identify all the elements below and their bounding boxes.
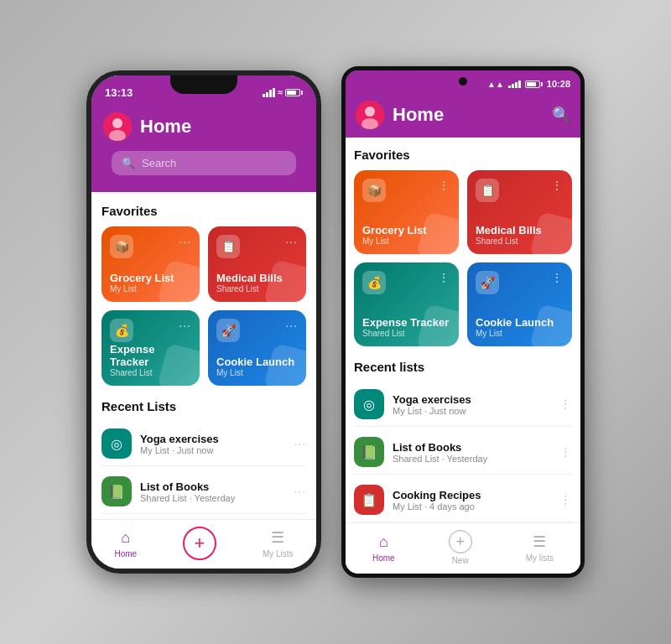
android-list-icon-yoga: ◎ [354, 389, 384, 419]
list-item-yoga[interactable]: ◎ Yoga exercises My List · Just now ··· [101, 422, 306, 466]
android-list-info-books: List of Books Shared List · Yesterday [393, 441, 551, 464]
fav-more-expense[interactable]: ··· [179, 319, 191, 332]
android-fav-icon-grocery: 📦 [362, 179, 386, 202]
nav-mylists[interactable]: ☰ My Lists [263, 528, 294, 558]
android-signal-icon [508, 80, 521, 88]
android-fav-type-cookie: My List [476, 329, 564, 338]
android-app-title: Home [393, 104, 544, 126]
android-favorites-section: Favorites 📦 ⋮ Grocery List My List [354, 148, 572, 346]
fav-more-cookie[interactable]: ··· [285, 319, 298, 332]
nav-mylists-label: My Lists [263, 549, 294, 558]
android-time: 10:28 [547, 79, 570, 89]
android-fav-icon-expense: 💰 [362, 271, 386, 294]
android-list-info-cooking: Cooking Recipes My List · 4 days ago [393, 489, 551, 512]
android-fav-card-medical[interactable]: 📋 ⋮ Medical Bills Shared List [467, 170, 572, 254]
android-fav-card-expense[interactable]: 💰 ⋮ Expense Tracker Shared List [354, 262, 459, 346]
android-list-icon-cooking: 📋 [354, 485, 384, 515]
fav-card-expense[interactable]: 💰 ··· Expense Tracker Shared List [101, 310, 200, 386]
list-meta-books: Shared List · Yesterday [140, 493, 285, 503]
iphone-search-placeholder: Search [142, 157, 176, 169]
android-fav-more-grocery[interactable]: ⋮ [438, 179, 450, 192]
android-nav-home-label: Home [372, 553, 395, 563]
avatar[interactable] [103, 112, 132, 141]
android-nav-new[interactable]: + New [449, 530, 472, 565]
iphone-recent-section: Recent Lists ◎ Yoga exercises My List · … [101, 399, 306, 519]
android-avatar[interactable] [356, 101, 384, 129]
android-list-name-yoga: Yoga exercises [393, 393, 551, 406]
android-fav-more-medical[interactable]: ⋮ [551, 179, 564, 192]
android-scroll-area[interactable]: Favorites 📦 ⋮ Grocery List My List [346, 138, 580, 522]
android-favorites-grid: 📦 ⋮ Grocery List My List 📋 ⋮ [354, 170, 572, 346]
android-fav-type-expense: Shared List [362, 329, 450, 338]
iphone-search-bar[interactable]: 🔍 Search [112, 151, 296, 175]
fav-icon-cookie: 🚀 [216, 319, 240, 342]
fav-type-medical: Shared List [216, 284, 298, 293]
fav-type-cookie: My List [216, 368, 298, 377]
list-name-yoga: Yoga exercises [140, 433, 285, 445]
list-more-yoga[interactable]: ··· [294, 437, 306, 450]
fav-card-grocery[interactable]: 📦 ··· Grocery List My List [101, 226, 200, 302]
list-info-yoga: Yoga exercises My List · Just now [140, 433, 285, 455]
iphone-app-title: Home [140, 116, 304, 138]
android-list-icon-books: 📗 [354, 437, 384, 467]
android-bottom-nav: ⌂ Home + New ☰ My lists [346, 522, 580, 574]
android-list-name-books: List of Books [393, 441, 551, 454]
android-list-item-cooking[interactable]: 📋 Cooking Recipes My List · 4 days ago ⋮ [354, 478, 572, 522]
fav-card-cookie[interactable]: 🚀 ··· Cookie Launch My List [208, 310, 306, 386]
android-fav-card-grocery[interactable]: 📦 ⋮ Grocery List My List [354, 170, 459, 254]
fav-name-grocery: Grocery List [110, 272, 191, 284]
iphone-scroll-area[interactable]: Favorites 📦 ··· Grocery List My List [91, 192, 316, 519]
android-fav-card-cookie[interactable]: 🚀 ⋮ Cookie Launch My List [467, 262, 572, 346]
list-name-books: List of Books [140, 480, 285, 493]
list-item-books[interactable]: 📗 List of Books Shared List · Yesterday … [101, 470, 306, 514]
android-list-more-books[interactable]: ⋮ [559, 445, 572, 459]
wifi-icon: ≈ [278, 87, 283, 97]
fav-more-medical[interactable]: ··· [285, 235, 298, 248]
android-wifi-icon: ▲▲ [487, 80, 504, 89]
iphone-device: 13:13 ≈ Home 🔍 Search [86, 70, 321, 574]
android-nav-home[interactable]: ⌂ Home [372, 533, 395, 563]
android-fav-more-cookie[interactable]: ⋮ [551, 271, 564, 284]
iphone-favorites-title: Favorites [101, 204, 306, 218]
android-fav-icon-cookie: 🚀 [476, 271, 499, 294]
list-meta-yoga: My List · Just now [140, 445, 285, 455]
android-app-content: Favorites 📦 ⋮ Grocery List My List [346, 138, 580, 574]
android-list-item-books[interactable]: 📗 List of Books Shared List · Yesterday … [354, 430, 572, 475]
android-fav-type-grocery: My List [362, 236, 450, 246]
nav-home-label: Home [114, 549, 137, 558]
iphone-app-content: Favorites 📦 ··· Grocery List My List [91, 192, 316, 569]
fav-icon-expense: 💰 [110, 319, 133, 342]
android-search-icon[interactable]: 🔍 [552, 106, 570, 124]
iphone-status-icons: ≈ [263, 87, 303, 97]
android-fav-more-expense[interactable]: ⋮ [438, 271, 450, 284]
android-device: · ▲▲ 10:28 Home 🔍 Favo [341, 66, 585, 578]
home-icon: ⌂ [121, 529, 130, 547]
android-list-more-cooking[interactable]: ⋮ [559, 493, 572, 506]
android-camera [459, 77, 467, 86]
android-nav-mylists[interactable]: ☰ My lists [526, 532, 554, 563]
battery-icon [285, 89, 303, 96]
iphone-recent-list: ◎ Yoga exercises My List · Just now ··· … [101, 422, 306, 519]
android-battery-icon [525, 80, 543, 88]
android-fav-icon-medical: 📋 [476, 179, 499, 202]
android-fav-name-cookie: Cookie Launch [476, 316, 564, 329]
svg-point-1 [112, 118, 122, 128]
iphone-favorites-grid: 📦 ··· Grocery List My List 📋 ··· [101, 226, 306, 386]
fav-more-grocery[interactable]: ··· [179, 235, 191, 248]
list-more-books[interactable]: ··· [294, 485, 306, 498]
nav-home[interactable]: ⌂ Home [114, 529, 137, 558]
fav-name-medical: Medical Bills [216, 272, 298, 284]
android-list-meta-cooking: My List · 4 days ago [393, 501, 551, 512]
fav-type-grocery: My List [110, 284, 191, 293]
android-fav-name-grocery: Grocery List [362, 224, 450, 236]
android-recent-section: Recent lists ◎ Yoga exercises My List · … [354, 360, 572, 522]
fav-icon-grocery: 📦 [110, 235, 133, 258]
nav-add-button[interactable]: + [183, 527, 216, 560]
android-list-more-yoga[interactable]: ⋮ [559, 397, 572, 411]
android-recent-list: ◎ Yoga exercises My List · Just now ⋮ 📗 … [354, 382, 572, 522]
android-list-item-yoga[interactable]: ◎ Yoga exercises My List · Just now ⋮ [354, 382, 572, 427]
fav-card-medical[interactable]: 📋 ··· Medical Bills Shared List [208, 226, 306, 302]
android-add-circle-icon: + [449, 530, 472, 553]
iphone-bottom-nav: ⌂ Home + ☰ My Lists [91, 519, 316, 569]
android-home-icon: ⌂ [379, 533, 388, 551]
